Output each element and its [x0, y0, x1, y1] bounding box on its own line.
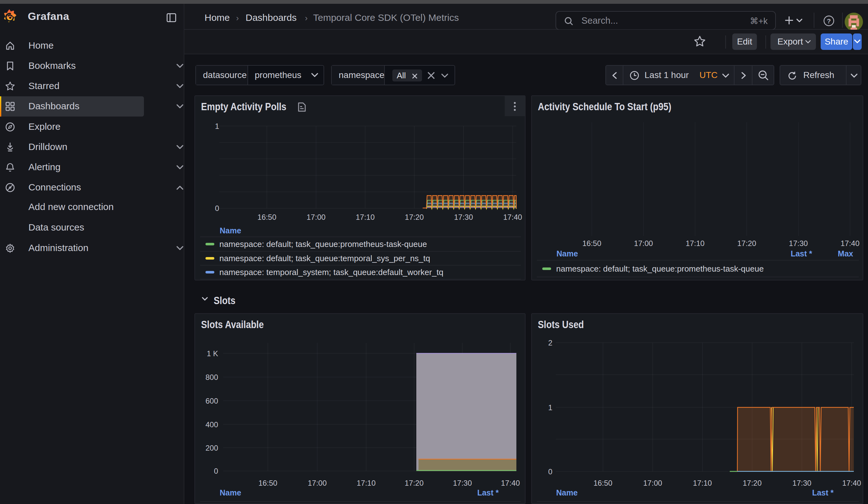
svg-text:0: 0: [548, 467, 552, 476]
svg-text:17:10: 17:10: [693, 479, 712, 487]
svg-text:16:50: 16:50: [259, 479, 277, 487]
svg-text:17:20: 17:20: [405, 479, 424, 487]
svg-text:17:10: 17:10: [356, 213, 375, 222]
svg-text:17:40: 17:40: [842, 479, 861, 487]
svg-text:?: ?: [827, 17, 831, 25]
svg-text:17:00: 17:00: [307, 213, 326, 222]
svg-text:17:30: 17:30: [793, 479, 812, 487]
svg-text:17:40: 17:40: [501, 479, 520, 487]
svg-text:16:50: 16:50: [257, 213, 276, 222]
svg-text:17:20: 17:20: [737, 239, 756, 248]
svg-text:2: 2: [548, 339, 552, 347]
svg-text:17:30: 17:30: [789, 239, 808, 248]
svg-text:17:00: 17:00: [308, 479, 327, 487]
svg-text:17:00: 17:00: [634, 239, 653, 248]
svg-text:0: 0: [215, 204, 219, 213]
svg-text:800: 800: [206, 373, 218, 381]
svg-text:600: 600: [206, 397, 218, 405]
svg-text:17:30: 17:30: [454, 213, 473, 222]
svg-text:17:10: 17:10: [356, 479, 375, 487]
svg-text:17:20: 17:20: [743, 479, 762, 487]
svg-text:0: 0: [214, 467, 218, 475]
svg-text:1: 1: [215, 122, 219, 131]
svg-text:17:40: 17:40: [840, 239, 859, 248]
svg-text:17:20: 17:20: [405, 213, 424, 222]
svg-text:16:50: 16:50: [593, 479, 612, 487]
svg-text:1 K: 1 K: [207, 349, 218, 358]
svg-text:17:00: 17:00: [643, 479, 662, 487]
svg-text:17:40: 17:40: [503, 213, 522, 222]
svg-text:1: 1: [548, 403, 552, 412]
svg-text:16:50: 16:50: [582, 239, 601, 248]
svg-text:17:30: 17:30: [453, 479, 472, 487]
svg-text:400: 400: [206, 420, 218, 429]
svg-text:17:10: 17:10: [685, 239, 704, 248]
svg-text:200: 200: [206, 444, 218, 452]
